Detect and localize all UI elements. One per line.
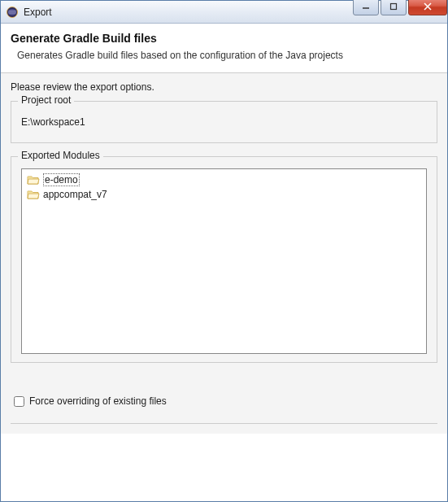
module-name: appcompat_v7	[43, 189, 107, 200]
maximize-button[interactable]	[381, 0, 407, 15]
folder-icon	[27, 174, 40, 186]
folder-icon	[27, 189, 40, 200]
eclipse-icon	[6, 6, 19, 19]
export-dialog: Export Generate Gradle Build files Gener…	[0, 0, 448, 502]
list-item[interactable]: appcompat_v7	[27, 187, 421, 202]
project-root-group: Project root E:\workspace1	[11, 101, 437, 143]
window-title: Export	[24, 7, 52, 18]
svg-rect-4	[391, 4, 397, 10]
window-controls	[351, 0, 447, 15]
page-title: Generate Gradle Build files	[11, 32, 437, 45]
force-override-checkbox[interactable]	[14, 396, 24, 407]
dialog-content: Generate Gradle Build files Generates Gr…	[1, 24, 447, 434]
force-override-row: Force overriding of existing files	[11, 395, 437, 407]
minimize-button[interactable]	[353, 0, 379, 15]
close-button[interactable]	[408, 0, 447, 15]
review-instruction: Please review the export options.	[11, 81, 437, 93]
titlebar[interactable]: Export	[1, 1, 447, 24]
force-override-label[interactable]: Force overriding of existing files	[29, 395, 167, 407]
modules-list[interactable]: e-demo appcompat_v7	[21, 168, 427, 354]
exported-modules-group: Exported Modules e-demo	[11, 156, 437, 363]
divider	[11, 423, 437, 424]
list-item[interactable]: e-demo	[27, 172, 421, 187]
module-name: e-demo	[43, 173, 80, 186]
page-description: Generates Gradle build files based on th…	[11, 48, 360, 63]
project-root-value: E:\workspace1	[21, 113, 427, 133]
dialog-header: Generate Gradle Build files Generates Gr…	[1, 24, 447, 73]
exported-modules-label: Exported Modules	[18, 150, 103, 161]
project-root-label: Project root	[18, 94, 74, 106]
dialog-body: Please review the export options. Projec…	[1, 73, 447, 434]
